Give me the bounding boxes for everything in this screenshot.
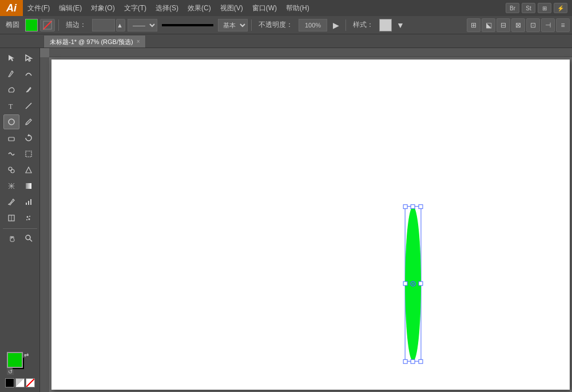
svg-point-11 bbox=[11, 169, 14, 173]
menu-window[interactable]: 窗口(W) bbox=[248, 0, 281, 16]
warp-tool[interactable] bbox=[3, 146, 19, 161]
stroke-style-select[interactable]: —— bbox=[128, 19, 157, 31]
svg-marker-3 bbox=[26, 55, 31, 61]
style-label: 样式： bbox=[349, 20, 377, 30]
perspective-grid-tool[interactable] bbox=[21, 163, 37, 177]
tool-row-1 bbox=[1, 50, 38, 65]
none-color-btn[interactable] bbox=[26, 378, 35, 387]
svg-point-29 bbox=[412, 283, 414, 284]
stroke-line-preview bbox=[162, 24, 213, 26]
main-area: T bbox=[0, 48, 572, 392]
menu-view[interactable]: 视图(V) bbox=[216, 0, 248, 16]
basic-select[interactable]: 基本 bbox=[218, 19, 248, 31]
fill-color-swatch[interactable] bbox=[7, 352, 23, 368]
separator-1 bbox=[58, 19, 59, 31]
gradient-color-btn[interactable] bbox=[15, 378, 25, 387]
stroke-toggle-btn[interactable] bbox=[40, 19, 55, 31]
shape-builder-tool[interactable] bbox=[3, 163, 19, 177]
mesh-tool[interactable] bbox=[3, 179, 19, 193]
tool-row-5 bbox=[1, 114, 38, 129]
pen-tool[interactable] bbox=[3, 66, 19, 81]
ellipse-tool[interactable] bbox=[3, 114, 19, 129]
slice-tool[interactable] bbox=[3, 211, 19, 225]
align-left-icon[interactable]: ⊟ bbox=[496, 18, 510, 32]
svg-rect-25 bbox=[40, 57, 49, 392]
stroke-label: 描边： bbox=[62, 20, 90, 30]
svg-point-18 bbox=[26, 216, 28, 218]
distribute-icon[interactable]: ⊣ bbox=[541, 18, 555, 32]
tool-row-10 bbox=[1, 195, 38, 209]
arrange-icon[interactable]: ⊞ bbox=[467, 18, 480, 32]
document-tab[interactable]: 未标题-1* @ 97% (RGB/预选) × bbox=[43, 35, 146, 47]
more-icon[interactable]: ≡ bbox=[556, 18, 570, 32]
menu-text[interactable]: 文字(T) bbox=[120, 0, 151, 16]
style-swatch[interactable] bbox=[379, 19, 392, 31]
bridge-icon[interactable]: Br bbox=[506, 3, 519, 13]
align-right-icon[interactable]: ⊡ bbox=[526, 18, 540, 32]
stroke-preview-area bbox=[160, 24, 216, 26]
tab-close-btn[interactable]: × bbox=[137, 35, 140, 48]
tool-row-7 bbox=[1, 146, 38, 161]
menu-edit[interactable]: 编辑(E) bbox=[54, 0, 86, 16]
paintbrush-tool[interactable] bbox=[21, 114, 37, 129]
hand-tool[interactable] bbox=[3, 231, 19, 246]
tool-row-6 bbox=[1, 130, 38, 145]
transform-icon[interactable]: ⬕ bbox=[482, 18, 495, 32]
symbol-sprayer-tool[interactable] bbox=[21, 211, 37, 225]
eyedropper-tool[interactable] bbox=[3, 195, 19, 209]
stroke-width-input[interactable] bbox=[92, 19, 115, 31]
opacity-more-btn[interactable]: ▶ bbox=[329, 19, 342, 31]
tool-row-3 bbox=[1, 82, 38, 97]
color-swatches: ↺ ⇄ bbox=[5, 352, 35, 390]
shape-type-label: 椭圆 bbox=[2, 20, 23, 30]
stock-icon[interactable]: St bbox=[522, 3, 535, 13]
chart-tool[interactable] bbox=[21, 195, 37, 209]
toolbar-right-icons: ⊞ ⬕ ⊟ ⊠ ⊡ ⊣ ≡ bbox=[467, 18, 570, 32]
svg-rect-7 bbox=[9, 137, 14, 141]
opacity-label: 不透明度： bbox=[255, 20, 296, 30]
left-toolbar: T bbox=[0, 48, 40, 392]
pencil-tool[interactable] bbox=[21, 82, 37, 97]
style-more-btn[interactable]: ▼ bbox=[394, 19, 407, 31]
fill-color-box[interactable] bbox=[25, 19, 38, 31]
solid-color-btn[interactable] bbox=[5, 378, 14, 387]
svg-point-20 bbox=[28, 219, 30, 220]
rotate-tool[interactable] bbox=[21, 130, 37, 145]
eraser-tool[interactable] bbox=[3, 130, 19, 145]
svg-point-21 bbox=[26, 219, 27, 220]
kuler-icon[interactable]: ⚡ bbox=[554, 3, 567, 13]
svg-point-22 bbox=[26, 235, 30, 240]
select-tool[interactable] bbox=[3, 50, 19, 65]
direct-select-tool[interactable] bbox=[21, 50, 37, 65]
swap-colors-icon[interactable]: ⇄ bbox=[24, 352, 29, 358]
free-transform-tool[interactable] bbox=[21, 146, 37, 161]
opacity-input[interactable] bbox=[299, 19, 327, 31]
svg-rect-37 bbox=[419, 282, 423, 286]
svg-rect-31 bbox=[419, 205, 423, 209]
svg-rect-32 bbox=[403, 359, 407, 363]
stroke-width-up[interactable]: ▲ bbox=[116, 19, 125, 31]
menu-object[interactable]: 对象(O) bbox=[86, 0, 119, 16]
svg-point-19 bbox=[29, 216, 30, 217]
grid-icon[interactable]: ⊞ bbox=[538, 3, 551, 13]
menu-file[interactable]: 文件(F) bbox=[23, 0, 54, 16]
type-tool[interactable]: T bbox=[3, 98, 19, 113]
blob-brush-tool[interactable] bbox=[3, 82, 19, 97]
menu-select[interactable]: 选择(S) bbox=[151, 0, 183, 16]
zoom-tool[interactable] bbox=[21, 231, 37, 246]
svg-rect-36 bbox=[403, 282, 407, 286]
align-center-icon[interactable]: ⊠ bbox=[511, 18, 525, 32]
tab-bar: 未标题-1* @ 97% (RGB/预选) × bbox=[0, 34, 572, 48]
ruler-left bbox=[40, 57, 49, 392]
menu-help[interactable]: 帮助(H) bbox=[281, 0, 314, 16]
ruler-top bbox=[49, 48, 572, 57]
svg-line-23 bbox=[30, 239, 32, 241]
tool-row-8 bbox=[1, 163, 38, 177]
curvature-tool[interactable] bbox=[21, 66, 37, 81]
gradient-tool[interactable] bbox=[21, 179, 37, 193]
svg-rect-13 bbox=[26, 203, 27, 205]
line-tool[interactable] bbox=[21, 98, 37, 113]
canvas-document[interactable] bbox=[51, 60, 570, 390]
menu-bar: 文件(F) 编辑(E) 对象(O) 文字(T) 选择(S) 效果(C) 视图(V… bbox=[23, 0, 506, 16]
menu-effect[interactable]: 效果(C) bbox=[183, 0, 216, 16]
